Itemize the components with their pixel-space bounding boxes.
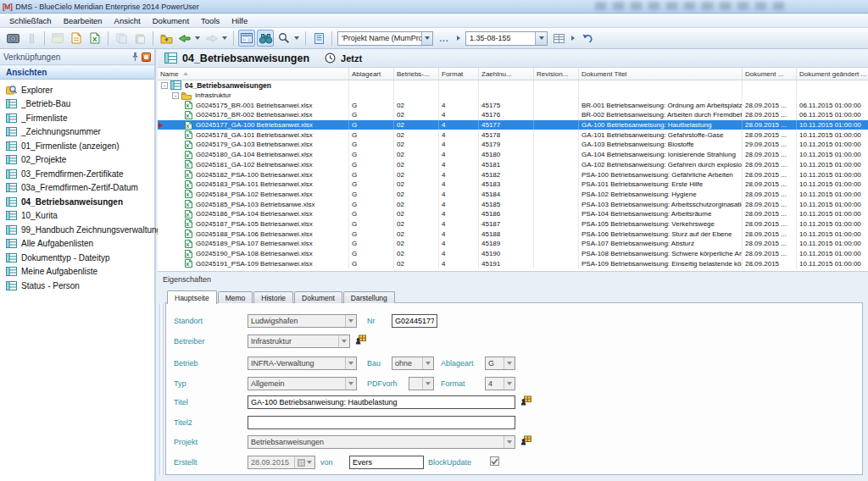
go-arrow-icon[interactable] bbox=[571, 36, 575, 41]
chevron-down-icon[interactable] bbox=[345, 378, 356, 390]
von-field[interactable] bbox=[349, 456, 424, 469]
new-document-button[interactable] bbox=[68, 30, 85, 47]
bau-combobox[interactable]: ohne bbox=[392, 357, 434, 370]
views-section-header[interactable]: Ansichten bbox=[0, 65, 154, 80]
tree-folder-row[interactable]: -Infrastruktur bbox=[158, 91, 868, 101]
typ-combobox[interactable]: Allgemein bbox=[248, 377, 357, 390]
menu-item-dokument[interactable]: Dokument bbox=[147, 15, 195, 26]
column-header-dokument[interactable]: Dokument ... bbox=[743, 68, 797, 80]
chevron-down-icon[interactable] bbox=[504, 436, 515, 448]
panel-splitter[interactable] bbox=[159, 303, 164, 475]
sidebar-item-01-firmenliste-anzeigen-[interactable]: 01_Firmenliste (anzeigen) bbox=[0, 139, 154, 153]
document-row[interactable]: XG0245182_PSA-100 Betriesanwei.xlsxG0244… bbox=[158, 169, 868, 180]
panel-close-icon[interactable] bbox=[142, 53, 151, 62]
sidebar-item--zeichnungsnummer[interactable]: _Zeichnungsnummer bbox=[0, 125, 154, 140]
document-row[interactable]: XG0245179_GA-103 Betriebsanwei.xlsxG0244… bbox=[158, 140, 868, 150]
chevron-down-icon[interactable] bbox=[345, 357, 356, 369]
column-header-format[interactable]: Format bbox=[439, 68, 479, 80]
betreiber-combobox[interactable]: Infrastruktur bbox=[248, 334, 350, 348]
sidebar-item-02-projekte[interactable]: 02_Projekte bbox=[0, 153, 154, 168]
column-header-revision[interactable]: Revision... bbox=[534, 68, 579, 80]
menu-item-tools[interactable]: Tools bbox=[195, 15, 225, 26]
column-header-ablageart[interactable]: Ablageart bbox=[349, 68, 394, 80]
chevron-down-icon[interactable] bbox=[504, 357, 515, 369]
pin-icon[interactable] bbox=[131, 52, 139, 62]
column-header-titel[interactable]: Dokument Titel bbox=[579, 68, 743, 80]
tree-root-row[interactable]: -04_Betriebsanweisungen bbox=[158, 80, 868, 91]
tree-expander[interactable]: - bbox=[172, 92, 179, 99]
document-row[interactable]: XG0245190_PSA-108 Betriesanwei.xlsxG0244… bbox=[158, 249, 868, 259]
document-row[interactable]: XG0245191_PSA-109 Betriesanwei.xlsxG0244… bbox=[158, 258, 868, 268]
excel-button[interactable]: X bbox=[86, 30, 103, 47]
document-row[interactable]: XG0245178_GA-101 Betriebsanwei.xlsxG0244… bbox=[158, 130, 868, 140]
blockupdate-checkbox[interactable] bbox=[490, 456, 499, 466]
projekt-combobox[interactable]: Betriebsanweisungen bbox=[248, 435, 515, 449]
sidebar-item-03a-fremdfirmen-zertif-datum[interactable]: 03a_Fremdfirmen-Zertif-Datum bbox=[0, 181, 154, 196]
sidebar-item-alle-aufgabenlisten[interactable]: Alle Aufgabenlisten bbox=[0, 237, 154, 252]
properties-view-button[interactable] bbox=[238, 30, 255, 47]
chevron-down-icon[interactable] bbox=[535, 32, 547, 45]
tree-expander[interactable]: - bbox=[161, 82, 168, 89]
sidebar-item-explorer[interactable]: Explorer bbox=[0, 83, 154, 97]
document-row[interactable]: XG0245186_PSA-104 Betriesanwei.xlsxG0244… bbox=[158, 209, 868, 219]
back-arrow-button[interactable] bbox=[176, 30, 193, 47]
document-row[interactable]: XG0245187_PSA-105 Betriesanwei.xlsxG0244… bbox=[158, 219, 868, 229]
copy-button[interactable] bbox=[113, 30, 130, 47]
chevron-down-icon[interactable] bbox=[422, 357, 433, 369]
menu-item-schließfach[interactable]: Schließfach bbox=[3, 15, 58, 26]
vault-button[interactable] bbox=[4, 30, 21, 47]
sidebar-item-status-person[interactable]: Status - Person bbox=[0, 279, 154, 293]
search-button[interactable] bbox=[275, 30, 292, 47]
titel2-field[interactable] bbox=[248, 416, 515, 429]
chevron-down-icon[interactable] bbox=[338, 335, 349, 347]
paste-button[interactable] bbox=[131, 30, 148, 47]
document-blue-button[interactable] bbox=[310, 30, 327, 47]
forward-arrow-dropdown-icon[interactable] bbox=[222, 36, 227, 40]
sidebar-item-03-fremdfirmen-zertifikate[interactable]: 03_Fremdfirmen-Zertifikate bbox=[0, 167, 154, 181]
tab-historie[interactable]: Historie bbox=[253, 291, 293, 303]
sidebar-item-10-kurita[interactable]: 10_Kurita bbox=[0, 209, 154, 224]
ablageart-combobox[interactable]: G bbox=[485, 357, 515, 370]
search-dropdown-icon[interactable] bbox=[294, 36, 299, 40]
document-row[interactable]: XG0245175_BR-001 Betriebsanwei.xlsxG0244… bbox=[158, 100, 868, 110]
menu-item-bearbeiten[interactable]: Bearbeiten bbox=[58, 15, 108, 26]
chevron-down-icon[interactable] bbox=[504, 378, 515, 390]
back-arrow-dropdown-icon[interactable] bbox=[195, 36, 200, 40]
status-column-button[interactable] bbox=[23, 30, 40, 47]
betrieb-combobox[interactable]: INFRA-Verwaltung bbox=[248, 357, 357, 370]
column-header-geaendert[interactable]: Dokument geändert ... bbox=[797, 68, 868, 80]
titel-field[interactable] bbox=[248, 395, 515, 409]
document-row[interactable]: XG0245185_PSA-103 Betriebsanwe.xlsxG0244… bbox=[158, 199, 868, 209]
document-row[interactable]: XG0245188_PSA-106 Betriesanwei.xlsxG0244… bbox=[158, 229, 868, 239]
document-row[interactable]: XG0245184_PSA-102 Betriesanwei.xlsxG0244… bbox=[158, 190, 868, 200]
standort-combobox[interactable]: Ludwigshafen bbox=[248, 314, 357, 328]
lookup-table-icon[interactable] bbox=[520, 435, 531, 445]
window-gray-button[interactable] bbox=[49, 30, 66, 47]
grid-view-button[interactable] bbox=[550, 30, 567, 47]
binoculars-button[interactable] bbox=[257, 30, 274, 47]
column-header-name[interactable]: Name bbox=[158, 68, 349, 80]
document-row[interactable]: XG0245189_PSA-107 Betriesanwei.xlsxG0244… bbox=[158, 239, 868, 249]
document-row[interactable]: XG0245180_GA-104 Betriebsanwei.xlsxG0244… bbox=[158, 150, 868, 160]
browse-ellipsis-button[interactable]: ... bbox=[436, 30, 453, 47]
menu-item-hilfe[interactable]: Hilfe bbox=[225, 15, 253, 26]
document-row[interactable]: XG0245176_BR-002 Betriebsanwei.xlsxG0244… bbox=[158, 110, 868, 120]
go-arrow-icon[interactable] bbox=[457, 36, 460, 41]
calendar-icon[interactable] bbox=[294, 456, 314, 468]
document-row[interactable]: XG0245181_GA-102 Betriebsanwei.xlsxG0244… bbox=[158, 160, 868, 170]
erstellt-date-picker[interactable]: 28.09.2015 bbox=[248, 456, 315, 469]
chevron-down-icon[interactable] bbox=[421, 32, 432, 45]
sidebar-item--firmenliste[interactable]: _Firmenliste bbox=[0, 111, 154, 125]
sidebar-item-dokumenttyp-dateityp[interactable]: Dokumenttyp - Dateityp bbox=[0, 251, 154, 265]
project-filter-combobox[interactable]: 'Projekt Name (MumProj bbox=[337, 31, 433, 46]
lookup-table-icon[interactable] bbox=[520, 395, 531, 406]
sidebar-item--betrieb-bau[interactable]: _Betrieb-Bau bbox=[0, 97, 154, 112]
time-label[interactable]: Jetzt bbox=[341, 53, 362, 64]
chevron-down-icon[interactable] bbox=[345, 315, 356, 327]
tab-hauptseite[interactable]: Hauptseite bbox=[167, 290, 217, 304]
sidebar-item-04-betriebsanweisungen[interactable]: 04_Betriebsanweisungen bbox=[0, 195, 154, 209]
sidebar-item-99-handbuch-zeichnungsverwaltung[interactable]: 99_Handbuch Zeichnungsverwaltung bbox=[0, 223, 154, 237]
format-combobox[interactable]: 4 bbox=[485, 377, 515, 390]
folder-up-button[interactable] bbox=[158, 30, 175, 47]
column-header-zaehlnu[interactable]: Zaehlnu... bbox=[479, 68, 534, 80]
